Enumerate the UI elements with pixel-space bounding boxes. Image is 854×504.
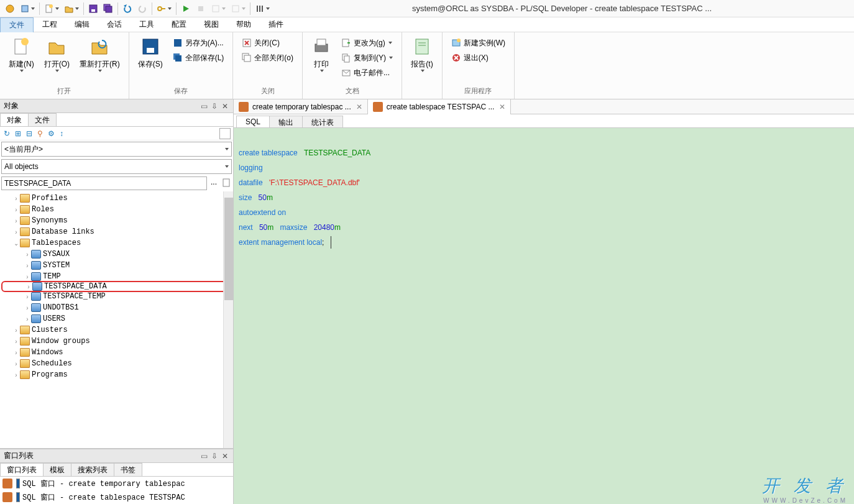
sql-editor[interactable]: create tablespace TESTSPACE_DATA logging… [234, 128, 854, 504]
close-group-label: 关闭 [237, 86, 298, 97]
reopen-button[interactable]: 重新打开(R) [75, 34, 125, 84]
tree-item-programs[interactable]: ›Programs [1, 369, 232, 380]
wl-tab-1[interactable]: 模板 [43, 463, 71, 476]
editor-tab[interactable]: create temporary tablespac ...✕ [234, 99, 368, 114]
view-icon[interactable]: ⚙ [47, 129, 56, 138]
expand-icon[interactable]: ⊞ [14, 129, 22, 138]
pane-pin-icon[interactable]: ⇩ [210, 102, 219, 111]
key-icon[interactable] [154, 2, 174, 16]
saveall-icon[interactable] [101, 2, 116, 16]
window-list-item[interactable]: SQL 窗口 - create temporary tablespac [0, 477, 233, 490]
commit-icon[interactable] [208, 2, 228, 16]
editor-tab[interactable]: create tablespace TESTSPAC ...✕ [368, 99, 512, 114]
subtab-SQL[interactable]: SQL [236, 116, 270, 127]
saveas-button[interactable]: 另存为(A)... [169, 35, 228, 50]
subtab-输出[interactable]: 输出 [269, 116, 303, 127]
close-tab-icon[interactable]: ✕ [356, 103, 362, 111]
stop-icon[interactable] [193, 2, 208, 16]
filter-combo[interactable]: All objects [1, 159, 232, 174]
tree-item-database-links[interactable]: ›Database links [1, 226, 232, 237]
refresh-icon[interactable]: ↻ [2, 129, 11, 138]
new-button[interactable]: 新建(N) [4, 34, 39, 84]
object-tree[interactable]: ›Profiles›Roles›Synonyms›Database links⌄… [0, 191, 233, 449]
collapse-icon[interactable]: ⊟ [25, 129, 34, 138]
filter-icon[interactable]: ⚲ [36, 129, 44, 138]
toolbar-square[interactable] [219, 128, 231, 139]
execute-icon[interactable] [178, 2, 193, 16]
wl-close-icon[interactable]: ✕ [221, 452, 229, 460]
svg-rect-34 [416, 39, 428, 54]
wl-tab-3[interactable]: 书签 [114, 463, 142, 476]
tree-item-roles[interactable]: ›Roles [1, 204, 232, 215]
svg-point-17 [21, 38, 29, 45]
left-panel: 对象 ▭ ⇩ ✕ 对象 文件 ↻ ⊞ ⊟ ⚲ ⚙ ↕ <当前用户> All ob… [0, 99, 234, 504]
exit-button[interactable]: 退出(X) [448, 50, 509, 65]
redo-icon[interactable] [135, 2, 150, 16]
tree-item-synonyms[interactable]: ›Synonyms [1, 215, 232, 226]
open-icon[interactable] [62, 2, 81, 16]
tree-item-schedules[interactable]: ›Schedules [1, 358, 232, 369]
db-connect-icon[interactable] [2, 2, 17, 16]
pane-restore-icon[interactable]: ▭ [200, 102, 208, 111]
svg-rect-11 [213, 6, 219, 12]
menu-文件[interactable]: 文件 [0, 17, 34, 32]
menu-插件[interactable]: 插件 [260, 17, 292, 32]
tree-item-windows[interactable]: ›Windows [1, 347, 232, 358]
closeall-button[interactable]: 全部关闭(o) [238, 50, 297, 65]
svg-rect-7 [106, 6, 112, 12]
wl-tab-0[interactable]: 窗口列表 [0, 463, 44, 476]
tree-item-users[interactable]: ›USERS [1, 313, 232, 324]
menu-视图[interactable]: 视图 [195, 17, 227, 32]
svg-rect-20 [174, 39, 181, 47]
report-button[interactable]: 报告(t) [406, 34, 438, 84]
menu-会话[interactable]: 会话 [98, 17, 131, 32]
filter-more-icon[interactable]: ... [208, 176, 219, 190]
print-button[interactable]: 打印 [306, 34, 336, 84]
new-icon[interactable] [42, 2, 62, 16]
filter-doc-icon[interactable] [221, 176, 232, 190]
tree-item-profiles[interactable]: ›Profiles [1, 193, 232, 204]
tree-item-clusters[interactable]: ›Clusters [1, 324, 232, 336]
wl-tab-2[interactable]: 搜索列表 [71, 463, 114, 476]
tree-item-sysaux[interactable]: ›SYSAUX [1, 249, 232, 260]
menu-编辑[interactable]: 编辑 [66, 17, 98, 32]
filter-input[interactable] [1, 176, 207, 190]
settings-icon[interactable] [252, 2, 272, 16]
tree-item-testspace_temp[interactable]: ›TESTSPACE_TEMP [1, 291, 232, 302]
ribbon: 新建(N) 打开(O) 重新打开(R) 打开 保存(S) 另存为(A)... 全… [0, 32, 854, 99]
tree-item-window-groups[interactable]: ›Window groups [1, 336, 232, 347]
open-button[interactable]: 打开(O) [39, 34, 75, 84]
save-icon[interactable] [86, 2, 101, 16]
rollback-icon[interactable] [228, 2, 248, 16]
db-session-icon[interactable] [17, 2, 37, 16]
menu-工具[interactable]: 工具 [131, 17, 163, 32]
menu-工程[interactable]: 工程 [34, 17, 66, 32]
tab-objects[interactable]: 对象 [0, 113, 29, 126]
user-combo[interactable]: <当前用户> [1, 142, 232, 157]
tree-item-tablespaces[interactable]: ⌄Tablespaces [1, 237, 232, 249]
pane-close-icon[interactable]: ✕ [221, 102, 229, 111]
menu-配置[interactable]: 配置 [163, 17, 195, 32]
menu-bar: 文件工程编辑会话工具配置视图帮助插件 [0, 17, 854, 32]
tree-item-undotbs1[interactable]: ›UNDOTBS1 [1, 302, 232, 313]
close-tab-icon[interactable]: ✕ [499, 103, 505, 111]
wl-pin-icon[interactable]: ⇩ [210, 452, 219, 460]
save-button[interactable]: 保存(S) [133, 34, 168, 84]
saveall-button[interactable]: 全部保存(L) [169, 50, 228, 65]
menu-帮助[interactable]: 帮助 [227, 17, 260, 32]
tab-files[interactable]: 文件 [28, 113, 57, 126]
sort-icon[interactable]: ↕ [58, 129, 65, 138]
changeto-button[interactable]: 更改为(g) [337, 35, 397, 50]
close-button[interactable]: 关闭(C) [238, 35, 297, 50]
tree-item-system[interactable]: ›SYSTEM [1, 260, 232, 271]
save-group-label: 保存 [133, 86, 229, 97]
copyto-button[interactable]: 复制到(Y) [337, 50, 397, 65]
window-list-item[interactable]: SQL 窗口 - create tablespace TESTSPAC [0, 490, 233, 504]
subtab-统计表[interactable]: 统计表 [302, 116, 343, 127]
wl-restore-icon[interactable]: ▭ [200, 452, 208, 460]
newinstance-button[interactable]: 新建实例(W) [448, 35, 509, 50]
undo-icon[interactable] [120, 2, 135, 16]
tree-scrollbar[interactable] [223, 191, 233, 448]
doc-group-label: 文档 [306, 86, 398, 97]
email-button[interactable]: 电子邮件... [337, 65, 397, 80]
